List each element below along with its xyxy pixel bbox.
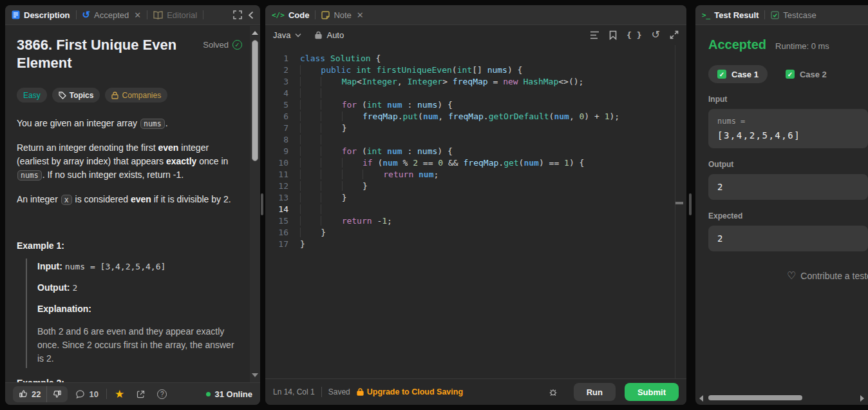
scroll-down-arrow[interactable] <box>252 373 258 377</box>
close-icon[interactable]: ✕ <box>134 10 141 20</box>
horizontal-scrollbar[interactable] <box>698 394 865 402</box>
run-button[interactable]: Run <box>574 383 616 401</box>
code-line[interactable]: 13 } <box>265 192 675 204</box>
expand-icon[interactable] <box>670 30 679 39</box>
problem-title: 3866. First Unique Even Element <box>17 36 203 72</box>
checkbox-icon <box>771 11 779 19</box>
runtime-label: Runtime: 0 ms <box>775 41 829 51</box>
tab-testcase[interactable]: Testcase <box>771 10 816 20</box>
output-box[interactable]: 2 <box>708 174 868 200</box>
code-line[interactable]: 9 for (int num : nums) { <box>265 146 675 157</box>
solved-label: Solved <box>203 40 229 50</box>
like-button[interactable]: 22 <box>13 386 46 402</box>
code-line[interactable]: 6 freqMap.put(num, freqMap.getOrDefault(… <box>265 111 675 122</box>
line-number: 5 <box>265 99 288 111</box>
scroll-left-arrow[interactable] <box>699 395 703 402</box>
dislike-button[interactable] <box>47 386 68 402</box>
thumbs-down-icon <box>53 389 62 398</box>
input-box[interactable]: nums = [3,4,2,5,4,6] <box>708 109 868 148</box>
code-editor[interactable]: 1class Solution {2 public int firstUniqu… <box>265 45 675 378</box>
editor-scrollbar[interactable] <box>675 45 684 378</box>
panel-resize-handle[interactable] <box>689 193 692 215</box>
code-line[interactable]: 5 for (int num : nums) { <box>265 99 675 111</box>
help-icon[interactable]: ? <box>157 389 167 399</box>
online-count: 31 Online <box>214 389 252 399</box>
tag-icon <box>59 92 66 99</box>
editor-toolbar: Java Auto { } ↺ <box>265 25 686 44</box>
upgrade-link[interactable]: Upgrade to Cloud Saving <box>357 387 463 396</box>
line-number: 13 <box>265 192 288 204</box>
line-number: 3 <box>265 76 288 88</box>
code-lines: 1class Solution {2 public int firstUniqu… <box>265 53 675 250</box>
line-number: 12 <box>265 181 288 192</box>
braces-icon[interactable]: { } <box>627 30 641 40</box>
reset-icon[interactable]: ↺ <box>652 30 660 40</box>
contribute-testcase-link[interactable]: ♡ Contribute a testcase <box>708 269 868 282</box>
case-1-button[interactable]: ✓ Case 1 <box>708 65 768 83</box>
code-line[interactable]: 3 Map<Integer, Integer> freqMap = new Ha… <box>265 76 675 88</box>
comments-button[interactable]: 10 <box>75 389 98 399</box>
scroll-up-arrow[interactable] <box>252 31 258 35</box>
collapse-chevron-icon[interactable] <box>248 11 254 19</box>
scroll-right-arrow[interactable] <box>860 395 864 402</box>
code-line[interactable]: 10 if (num % 2 == 0 && freqMap.get(num) … <box>265 157 675 169</box>
code-line[interactable]: 2 public int firstUniqueEven(int[] nums)… <box>265 64 675 76</box>
code-line[interactable]: 11 return num; <box>265 169 675 181</box>
tab-note[interactable]: Note ✕ <box>321 10 363 20</box>
difficulty-badge[interactable]: Easy <box>17 88 47 102</box>
line-number: 17 <box>265 239 288 250</box>
topics-button[interactable]: Topics <box>52 88 100 102</box>
solved-badge: Solved ✓ <box>203 40 242 50</box>
close-icon[interactable]: ✕ <box>357 10 364 20</box>
tab-test-result[interactable]: >_ Test Result <box>702 10 759 20</box>
scrollbar-thumb[interactable] <box>708 395 802 400</box>
share-icon[interactable] <box>136 389 146 399</box>
language-selector[interactable]: Java <box>273 30 290 40</box>
star-icon[interactable]: ★ <box>115 387 124 401</box>
tab-editorial[interactable]: Editorial <box>153 10 197 20</box>
tab-accepted[interactable]: ↺ Accepted ✕ <box>82 9 142 21</box>
companies-button[interactable]: Companies <box>105 88 167 102</box>
debug-icon[interactable] <box>548 387 558 397</box>
code-line[interactable]: 14 <box>265 204 675 215</box>
case-1-label: Case 1 <box>731 70 759 79</box>
topics-label: Topics <box>70 91 94 100</box>
code-line[interactable]: 7 } <box>265 122 675 134</box>
case-2-button[interactable]: ✓ Case 2 <box>777 65 836 83</box>
lock-icon <box>357 388 364 396</box>
format-icon[interactable] <box>590 31 599 39</box>
tab-description[interactable]: Description <box>12 10 70 20</box>
input-label: Input: <box>37 261 62 271</box>
check-icon: ✓ <box>717 70 726 79</box>
fullscreen-icon[interactable] <box>233 10 242 19</box>
expected-box[interactable]: 2 <box>708 226 868 251</box>
expected-section-label: Expected <box>708 211 868 220</box>
auto-label[interactable]: Auto <box>326 30 344 40</box>
tab-code[interactable]: </> Code <box>272 10 309 20</box>
tab-editorial-label: Editorial <box>167 10 197 20</box>
input-var-value: [3,4,2,5,4,6] <box>717 130 859 141</box>
code-line[interactable]: 15 return -1; <box>265 215 675 227</box>
bookmark-icon[interactable] <box>609 30 617 40</box>
vertical-scrollbar[interactable] <box>250 26 260 382</box>
code-line[interactable]: 1class Solution { <box>265 53 675 64</box>
thumbs-up-icon <box>19 389 28 398</box>
code-line[interactable]: 17} <box>265 239 675 250</box>
submit-button[interactable]: Submit <box>625 383 679 401</box>
code-line[interactable]: 16 } <box>265 227 675 239</box>
check-icon: ✓ <box>786 70 795 79</box>
panel-resize-handle[interactable] <box>261 193 263 215</box>
code-icon: </> <box>272 11 285 19</box>
code-line[interactable]: 12 } <box>265 181 675 192</box>
scrollbar-thumb[interactable] <box>252 40 258 161</box>
tab-divider <box>147 10 147 19</box>
tab-divider <box>764 10 765 19</box>
description-panel: Description ↺ Accepted ✕ Editorial 3866.… <box>5 5 260 405</box>
heart-icon: ♡ <box>787 269 796 282</box>
comment-count: 10 <box>89 389 98 399</box>
description-tabbar: Description ↺ Accepted ✕ Editorial <box>5 5 260 25</box>
code-line[interactable]: 8 <box>265 134 675 146</box>
online-dot-icon <box>206 392 211 396</box>
code-line[interactable]: 4 <box>265 88 675 99</box>
output-label: Output: <box>37 282 70 293</box>
